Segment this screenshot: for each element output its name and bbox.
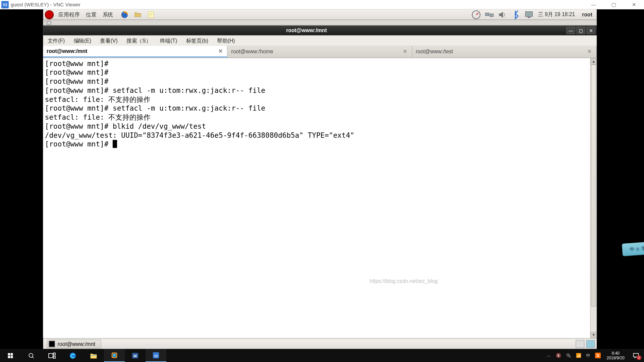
panel-menu-system[interactable]: 系统	[100, 9, 116, 20]
panel-user[interactable]: root	[578, 11, 597, 18]
svg-rect-16	[49, 353, 53, 358]
vnc-close-button[interactable]: ✕	[624, 0, 644, 9]
gnome-bottom-panel: root@www:/mnt	[43, 338, 597, 349]
terminal-tab-label: root@www:/test	[416, 48, 586, 55]
svg-line-15	[32, 357, 34, 358]
systray-ime-icon[interactable]: 中	[586, 353, 590, 359]
systray-battery-icon[interactable]: 🔌	[566, 353, 571, 358]
svg-rect-10	[8, 353, 10, 355]
systray-chevron-up-icon[interactable]: ︿	[547, 353, 551, 359]
systray-sogou-icon[interactable]: S	[595, 353, 601, 358]
scrollbar-down-icon[interactable]: ▼	[591, 332, 597, 338]
terminal-window: root@www:/mnt — ▢ ✕ 文件(F) 编辑(E) 查看(V) 搜索…	[43, 20, 597, 338]
panel-menu-places[interactable]: 位置	[83, 9, 100, 20]
panel-menu-apps[interactable]: 应用程序	[55, 9, 83, 20]
bottom-panel-tray	[576, 340, 597, 348]
svg-rect-23	[113, 354, 115, 356]
blog-watermark-text: https://blog.csdn.net/wz_blog	[370, 278, 438, 284]
scrollbar-thumb[interactable]	[591, 65, 596, 307]
terminal-close-button[interactable]: ✕	[587, 27, 595, 34]
terminal-tab-bar: root@www:/mnt ✕ root@www:/home ✕ root@ww…	[43, 46, 597, 58]
vnc-minimize-button[interactable]: —	[584, 0, 604, 9]
tab-close-icon[interactable]: ✕	[402, 48, 408, 55]
svg-rect-9	[528, 17, 530, 18]
svg-rect-12	[8, 356, 10, 358]
terminal-grip-bar[interactable]	[43, 20, 597, 25]
systray-network-icon[interactable]: 📶	[576, 353, 581, 358]
svg-rect-11	[11, 353, 13, 355]
svg-text:V2: V2	[154, 354, 158, 357]
gnome-top-panel: 应用程序 位置 系统 三 9月 19 18:21	[43, 9, 597, 20]
terminal-tab-home[interactable]: root@www:/home ✕	[228, 46, 412, 57]
terminal-titlebar[interactable]: root@www:/mnt — ▢ ✕	[43, 25, 597, 35]
gedit-launcher-icon[interactable]	[146, 10, 156, 19]
scrollbar-up-icon[interactable]: ▲	[591, 58, 597, 65]
terminal-menu-help[interactable]: 帮助(H)	[213, 35, 239, 46]
terminal-tab-mnt[interactable]: root@www:/mnt ✕	[43, 46, 228, 57]
svg-rect-7	[490, 14, 493, 16]
volume-tray-icon[interactable]	[497, 10, 507, 19]
vnc-app-icon: V2	[1, 1, 9, 8]
vnc-maximize-button[interactable]: ▢	[604, 0, 624, 9]
terminal-minimize-button[interactable]: —	[567, 27, 575, 34]
trash-tray-icon[interactable]	[586, 340, 595, 348]
terminal-menu-edit[interactable]: 编辑(E)	[69, 35, 96, 46]
windows-start-button[interactable]	[0, 349, 21, 362]
network-tray-icon[interactable]	[484, 10, 494, 19]
terminal-menubar: 文件(F) 编辑(E) 查看(V) 搜索（S） 终端(T) 标签页(b) 帮助(…	[43, 36, 597, 46]
terminal-scrollbar[interactable]: ▲ ▼	[590, 58, 597, 338]
svg-rect-20	[91, 355, 97, 356]
svg-rect-17	[54, 353, 55, 355]
vnc-titlebar: V2 guest (WESLEY) - VNC Viewer — ▢ ✕	[0, 0, 644, 9]
terminal-task-icon	[49, 341, 55, 347]
vnc-window-title: guest (WESLEY) - VNC Viewer	[11, 2, 80, 7]
bluetooth-tray-icon[interactable]	[510, 10, 521, 19]
terminal-menu-tabs[interactable]: 标签页(b)	[181, 35, 213, 46]
svg-rect-18	[54, 356, 55, 358]
cpu-meter-icon[interactable]	[471, 10, 481, 19]
terminal-title: root@www:/mnt	[47, 27, 566, 34]
svg-point-5	[472, 10, 480, 18]
taskbar-vnc-icon[interactable]: V2	[146, 349, 166, 362]
action-center-badge: 2	[637, 355, 641, 360]
svg-point-14	[29, 353, 33, 357]
svg-text:W: W	[133, 354, 137, 358]
systray-volume-icon[interactable]: 🔇	[556, 353, 561, 358]
windows-clock[interactable]: 8:40 2018/9/20	[603, 351, 628, 360]
tab-close-icon[interactable]: ✕	[218, 48, 224, 54]
windows-clock-date: 2018/9/20	[607, 356, 625, 360]
terminal-menu-view[interactable]: 查看(V)	[96, 35, 122, 46]
taskbar-task-label: root@www:/mnt	[58, 341, 95, 347]
workspace-switcher-icon[interactable]	[576, 340, 584, 348]
terminal-menu-file[interactable]: 文件(F)	[43, 35, 69, 46]
panel-clock[interactable]: 三 9月 19 18:21	[535, 11, 578, 18]
terminal-tab-test[interactable]: root@www:/test ✕	[412, 46, 597, 57]
terminal-tab-label: root@www:/home	[231, 48, 402, 55]
windows-action-center-button[interactable]: 2	[628, 349, 644, 362]
taskbar-explorer-icon[interactable]	[83, 349, 104, 362]
svg-rect-6	[485, 13, 489, 15]
redhat-logo-icon	[45, 10, 54, 19]
nautilus-launcher-icon[interactable]	[132, 10, 143, 19]
firefox-launcher-icon[interactable]	[119, 10, 130, 19]
taskbar-vmware-icon[interactable]	[104, 349, 125, 362]
taskbar-edge-icon[interactable]	[62, 349, 83, 362]
terminal-menu-search[interactable]: 搜索（S）	[122, 35, 156, 46]
terminal-maximize-button[interactable]: ▢	[577, 27, 585, 34]
svg-rect-8	[525, 11, 532, 16]
remote-desktop-stage: 应用程序 位置 系统 三 9月 19 18:21	[0, 9, 644, 349]
windows-search-button[interactable]	[21, 349, 42, 362]
terminal-menu-terminal[interactable]: 终端(T)	[156, 35, 182, 46]
taskbar-running-terminal[interactable]: root@www:/mnt	[47, 339, 101, 348]
windows-taskview-button[interactable]	[42, 349, 62, 362]
svg-rect-13	[11, 356, 13, 358]
taskbar-word-icon[interactable]: W	[125, 349, 146, 362]
display-tray-icon[interactable]	[524, 10, 534, 19]
tab-close-icon[interactable]: ✕	[587, 48, 593, 55]
windows-taskbar: W V2 ︿ 🔇 🔌 📶 中 S 8:40 2018/9/20 2	[0, 349, 644, 362]
terminal-window-icon	[47, 21, 51, 24]
windows-systray: ︿ 🔇 🔌 📶 中 S	[544, 353, 603, 359]
terminal-output[interactable]: [root@www mnt]# [root@www mnt]# [root@ww…	[43, 58, 590, 338]
watermark-sticker: 中 ⊙ 半	[622, 242, 644, 256]
terminal-tab-label: root@www:/mnt	[47, 48, 217, 54]
